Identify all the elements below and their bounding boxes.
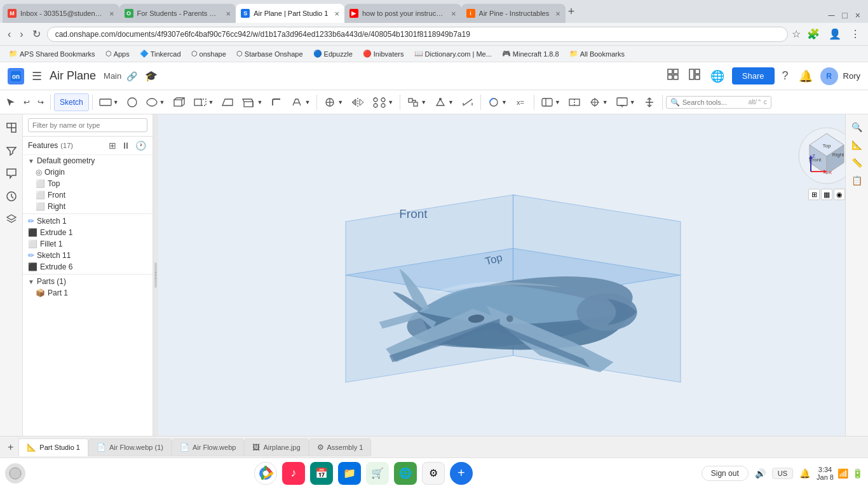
viewport-tool-4[interactable]: 📋 [849, 173, 865, 188]
speaker-button[interactable]: 🔊 [752, 466, 768, 481]
tree-sketch1[interactable]: ✏ Sketch 1 [23, 215, 153, 227]
tab-part-studio-1[interactable]: 📐 Part Studio 1 [18, 438, 88, 456]
tree-extrude1[interactable]: ⬛ Extrude 1 [23, 227, 153, 238]
sign-out-button[interactable]: Sign out [702, 466, 749, 481]
tree-right[interactable]: ⬜ Right [23, 201, 153, 212]
plane-tool-button[interactable]: ▼ [96, 93, 122, 111]
section-view-button[interactable] [565, 93, 584, 111]
mirror-button[interactable] [348, 93, 368, 111]
tab-parents-close[interactable]: × [226, 9, 231, 18]
viewport-3d[interactable]: Front Top [158, 114, 868, 436]
extensions-button[interactable]: 🧩 [804, 25, 822, 43]
viewport-tool-2[interactable]: 📐 [849, 137, 865, 152]
extrude-button[interactable]: ▼ [238, 93, 266, 111]
bookmark-dictionary[interactable]: 📖 Dictionary.com | Me... [410, 48, 496, 59]
bookmark-inibvaters[interactable]: 🔴 Inibvaters [359, 48, 408, 59]
onshape-logo[interactable]: on [8, 68, 24, 85]
user-name[interactable]: Rory [843, 71, 860, 81]
viewport-tool-1[interactable]: 🔍 [849, 119, 865, 135]
user-avatar[interactable]: R [820, 67, 838, 85]
tree-part1[interactable]: 📦 Part 1 [23, 287, 153, 299]
graduation-icon[interactable]: 🎓 [145, 70, 158, 82]
modify-button[interactable]: ▼ [431, 93, 457, 111]
tab-gmail-close[interactable]: × [109, 9, 114, 18]
feature-pause-btn[interactable]: ⏸ [120, 139, 132, 152]
move-face-button[interactable] [640, 93, 659, 111]
bookmark-all[interactable]: 📁 All Bookmarks [566, 48, 628, 59]
tab-instructables-close[interactable]: × [555, 9, 560, 18]
tab-onshape-plane-close[interactable]: × [334, 9, 339, 18]
bookmark-tinkercad[interactable]: 🔷 Tinkercad [136, 48, 185, 59]
feature-filter-input[interactable] [28, 118, 147, 132]
settings-button[interactable]: ⋮ [848, 25, 863, 43]
hamburger-menu-button[interactable]: ☰ [29, 67, 44, 86]
sketch-button[interactable]: Sketch [54, 93, 89, 111]
close-window-button[interactable]: × [853, 8, 863, 23]
redo-button[interactable]: ↪ [34, 93, 47, 111]
add-app-button[interactable]: + [450, 462, 473, 485]
address-bar[interactable] [47, 27, 788, 42]
viewport-tool-3[interactable]: 📏 [849, 155, 865, 170]
tab-onshape-plane[interactable]: S Air Plane | Part Studio 1 × [236, 4, 344, 23]
transform-button[interactable]: ▼ [403, 93, 430, 111]
webstore-app[interactable]: 🛒 [366, 462, 389, 485]
history-icon-btn[interactable] [3, 188, 20, 207]
search-tools-input[interactable] [682, 98, 746, 106]
measure-button[interactable] [458, 93, 477, 111]
panel-resize-handle[interactable] [153, 114, 158, 436]
box-tool-button[interactable] [170, 93, 189, 111]
os-icon[interactable] [5, 463, 25, 484]
undo-button[interactable]: ↩ [20, 93, 33, 111]
new-tab-button[interactable]: + [568, 5, 575, 18]
link-icon[interactable]: 🔗 [126, 71, 137, 81]
bookmark-minecraft[interactable]: 🎮 Minecraft 1.8.8 [498, 48, 563, 59]
language-indicator[interactable]: US [772, 468, 793, 479]
filter-icon-btn[interactable] [3, 142, 20, 161]
circle-tool-button[interactable] [123, 93, 141, 111]
tab-parents[interactable]: O For Students - Parents & Stu... × [119, 4, 236, 23]
tree-top[interactable]: ⬜ Top [23, 178, 153, 189]
layers-icon-btn[interactable] [3, 211, 20, 230]
notification-bell[interactable]: 🔔 [797, 466, 813, 481]
add-tab-button[interactable]: + [3, 439, 18, 456]
tab-air-flow[interactable]: 📄 Air Flow.webp [172, 438, 244, 456]
tab-airplane-jpg[interactable]: 🖼 Airplane.jpg [244, 438, 308, 456]
tab-assembly-1[interactable]: ⚙ Assembly 1 [309, 438, 372, 456]
workspace-tab[interactable]: Main [104, 71, 121, 81]
chrome-app[interactable] [254, 462, 277, 485]
meet-app[interactable]: 📅 [310, 462, 333, 485]
bookmark-aps[interactable]: 📁 APS Shared Bookmarks [5, 48, 99, 59]
draft-button[interactable]: ▼ [287, 93, 313, 111]
music-app[interactable]: ♪ [282, 462, 305, 485]
tab-youtube[interactable]: ▶ how to post your instructabl... × [344, 4, 461, 23]
settings-app[interactable]: ⚙ [422, 462, 445, 485]
parts-icon-btn[interactable] [3, 119, 20, 139]
notifications-button[interactable]: 🔔 [796, 67, 815, 86]
maximize-button[interactable]: □ [839, 8, 850, 23]
bookmark-edpuzzle[interactable]: 🔵 Edpuzzle [309, 48, 356, 59]
files-app[interactable]: 📁 [338, 462, 361, 485]
maps-app[interactable]: 🌐 [394, 462, 417, 485]
tree-front[interactable]: ⬜ Front [23, 189, 153, 201]
back-button[interactable]: ‹ [5, 26, 13, 43]
tree-sketch11[interactable]: ✏ Sketch 11 [23, 250, 153, 261]
section-view-btn[interactable]: ▦ [821, 189, 832, 200]
help-button[interactable]: ? [780, 67, 791, 85]
appearance-button[interactable]: ▼ [484, 93, 510, 111]
render-mode-btn[interactable]: ◉ [834, 189, 845, 200]
layout-button[interactable] [686, 66, 703, 86]
tree-origin[interactable]: ◎ Origin [23, 166, 153, 178]
pattern-button[interactable]: ▼ [369, 93, 397, 111]
tree-fillet1[interactable]: ⬜ Fillet 1 [23, 238, 153, 250]
boolean-tool-button[interactable]: ▼ [190, 93, 217, 111]
user-profile-button[interactable]: 👤 [826, 25, 844, 43]
bookmark-onshape[interactable]: ⬡ onshape [187, 48, 230, 59]
zoom-fit-button[interactable]: ⊞ [808, 189, 820, 200]
section-parts[interactable]: ▼ Parts (1) [23, 276, 153, 287]
grid-view-button[interactable] [665, 66, 681, 86]
minimize-button[interactable]: ─ [825, 8, 837, 23]
tab-air-flow-1[interactable]: 📄 Air Flow.webp (1) [88, 438, 172, 456]
tab-gmail[interactable]: M Inbox - 303515@student.alpe... × [3, 4, 119, 23]
comment-icon-btn[interactable] [3, 165, 20, 184]
display-button[interactable]: ▼ [613, 93, 639, 111]
